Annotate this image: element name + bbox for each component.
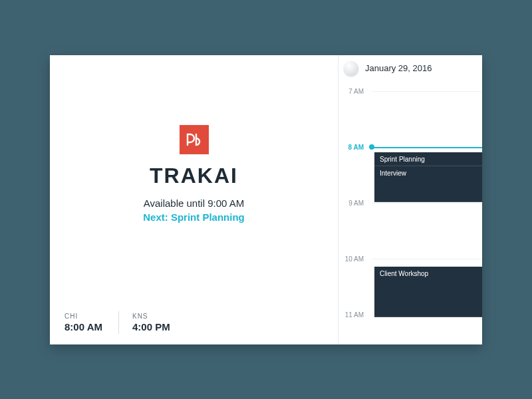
hour-gridline (372, 259, 482, 259)
current-time-dot (369, 144, 374, 150)
hour-gridline (372, 203, 482, 203)
date-header: January 29, 2016 (338, 55, 482, 82)
agenda-panel: January 29, 2016 7 AM8 AM9 AM10 AM11 AMS… (338, 55, 482, 344)
availability-text: Available until 9:00 AM (50, 198, 338, 209)
hour-label: 11 AM (338, 311, 368, 318)
room-status-card: TRAKAI Available until 9:00 AM Next: Spr… (50, 55, 482, 344)
current-date: January 29, 2016 (365, 63, 432, 73)
clock-kns: KNS 4:00 PM (118, 311, 184, 334)
room-name: TRAKAI (50, 164, 338, 188)
next-meeting-text: Next: Sprint Planning (50, 211, 338, 223)
clock-time: 4:00 PM (132, 321, 170, 332)
hour-label: 7 AM (338, 87, 368, 94)
hour-label: 9 AM (338, 199, 368, 206)
room-panel: TRAKAI Available until 9:00 AM Next: Spr… (50, 55, 338, 344)
clock-tz-label: KNS (132, 313, 170, 320)
timeline[interactable]: 7 AM8 AM9 AM10 AM11 AMSprint PlanningInt… (338, 82, 482, 344)
clock-tz-label: CHI (65, 313, 102, 320)
db-logo-icon (185, 133, 203, 146)
calendar-event[interactable]: Client Workshop (374, 267, 482, 317)
db-logo (180, 125, 209, 154)
calendar-event[interactable]: Sprint Planning (374, 152, 482, 166)
current-time-line (372, 147, 482, 148)
calendar-event[interactable]: Interview (374, 166, 482, 203)
avatar (344, 61, 358, 76)
hour-label: 10 AM (338, 255, 368, 262)
clock-time: 8:00 AM (65, 321, 102, 332)
world-clocks: CHI 8:00 AM KNS 4:00 PM (65, 311, 186, 334)
clock-chi: CHI 8:00 AM (65, 311, 116, 334)
hour-gridline (372, 91, 482, 92)
room-summary: TRAKAI Available until 9:00 AM Next: Spr… (50, 125, 338, 223)
hour-label: 8 AM (338, 143, 368, 150)
